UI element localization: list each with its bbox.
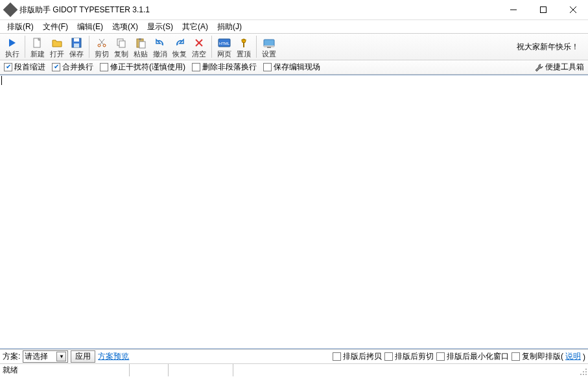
maximize-button[interactable]	[528, 0, 558, 20]
menubar: 排版(R) 文件(F) 编辑(E) 选项(X) 显示(S) 其它(A) 捐助(J…	[0, 20, 588, 33]
pin-icon	[237, 36, 250, 49]
svg-point-29	[585, 369, 587, 370]
new-button[interactable]: 新建	[28, 34, 47, 60]
menu-file[interactable]: 文件(F)	[38, 20, 73, 34]
minimize-button[interactable]	[499, 0, 528, 20]
clear-button[interactable]: 清空	[189, 34, 209, 60]
webpage-button[interactable]: HTML 网页	[215, 34, 234, 60]
checkbox-icon	[263, 63, 272, 71]
check-copyafter[interactable]: 排版后拷贝	[333, 351, 382, 362]
status-cell-2	[130, 364, 169, 376]
svg-rect-1	[541, 7, 547, 13]
svg-rect-25	[241, 40, 246, 40]
options-bar: 段首缩进 合并换行 修正干扰符(谨慎使用) 删除非段落换行 保存编辑现场 便捷工…	[0, 60, 588, 75]
svg-rect-8	[74, 38, 79, 42]
shuoming-link[interactable]: 说明	[565, 351, 581, 362]
menu-edit[interactable]: 编辑(E)	[73, 20, 108, 34]
resize-grip[interactable]	[578, 366, 588, 376]
svg-point-31	[585, 371, 587, 372]
checkbox-icon	[384, 352, 393, 361]
close-button[interactable]	[558, 0, 588, 20]
check-savescene[interactable]: 保存编辑现场	[263, 62, 320, 73]
editor-area[interactable]	[0, 75, 588, 349]
statusbar: 就绪	[0, 363, 588, 376]
save-button[interactable]: 保存	[67, 34, 86, 60]
svg-rect-18	[139, 42, 145, 48]
webpage-icon: HTML	[218, 36, 231, 49]
open-icon	[51, 36, 64, 49]
bottom-bar: 方案: 请选择 ▼ 应用 方案预览 排版后拷贝 排版后剪切 排版后最小化窗口 复…	[0, 349, 588, 363]
svg-point-30	[583, 371, 584, 372]
window-title: 排版助手 GIDOT TYPESETTER 3.1.1	[19, 5, 150, 16]
checkbox-icon	[52, 63, 60, 71]
checkbox-icon	[192, 63, 200, 71]
check-mergewrap[interactable]: 合并换行	[52, 62, 93, 73]
top-button[interactable]: 置顶	[234, 34, 253, 60]
svg-text:HTML: HTML	[219, 42, 230, 45]
check-delnonpara[interactable]: 删除非段落换行	[192, 62, 257, 73]
check-indent[interactable]: 段首缩进	[4, 62, 45, 73]
cut-icon	[95, 36, 108, 49]
copy-icon	[115, 36, 128, 49]
undo-icon	[154, 36, 167, 49]
cut-button[interactable]: 剪切	[92, 34, 112, 60]
svg-rect-9	[74, 43, 79, 47]
svg-marker-4	[9, 39, 16, 47]
preview-link[interactable]: 方案预览	[98, 351, 129, 362]
menu-other[interactable]: 其它(A)	[178, 20, 213, 34]
checkbox-icon	[436, 352, 445, 361]
svg-rect-15	[119, 41, 125, 47]
scheme-label: 方案:	[3, 351, 20, 362]
menu-display[interactable]: 显示(S)	[143, 20, 178, 34]
menu-donate[interactable]: 捐助(J)	[213, 20, 246, 34]
svg-line-12	[100, 39, 104, 45]
menu-option[interactable]: 选项(X)	[108, 20, 143, 34]
menu-typeset[interactable]: 排版(R)	[3, 20, 38, 34]
clear-icon	[193, 36, 206, 49]
svg-point-32	[580, 374, 582, 375]
titlebar: 排版助手 GIDOT TYPESETTER 3.1.1	[0, 0, 588, 20]
toolbar: 执行 新建 打开 保存 剪切 复制 粘贴 撤消 恢复 清空 HTML 网页	[0, 33, 588, 60]
settings-button[interactable]: 设置	[259, 34, 279, 60]
redo-icon	[173, 36, 186, 49]
check-cutafter[interactable]: 排版后剪切	[384, 351, 434, 362]
paste-icon	[134, 36, 147, 49]
status-ready: 就绪	[0, 364, 130, 376]
svg-rect-28	[267, 47, 271, 48]
app-icon	[3, 3, 18, 18]
greeting-text: 祝大家新年快乐！	[517, 42, 585, 53]
checkbox-icon	[100, 63, 108, 71]
chevron-down-icon: ▼	[56, 352, 66, 361]
status-cell-4	[233, 364, 578, 376]
save-icon	[70, 36, 83, 49]
wrench-icon	[534, 63, 543, 72]
text-caret	[1, 76, 2, 85]
checkbox-icon	[333, 352, 341, 361]
checkbox-icon	[4, 63, 12, 71]
svg-line-13	[99, 39, 104, 45]
toolbox-button[interactable]: 便捷工具箱	[534, 62, 584, 73]
scheme-select[interactable]: 请选择 ▼	[23, 350, 68, 363]
redo-button[interactable]: 恢复	[170, 34, 189, 60]
settings-icon	[263, 36, 276, 49]
status-cell-3	[169, 364, 233, 376]
paste-button[interactable]: 粘贴	[131, 34, 150, 60]
execute-button[interactable]: 执行	[3, 34, 22, 60]
svg-rect-24	[243, 42, 244, 47]
check-minafter[interactable]: 排版后最小化窗口	[436, 351, 509, 362]
check-copytypeset[interactable]: 复制即排版(说明)	[512, 351, 585, 362]
check-fixinterf[interactable]: 修正干扰符(谨慎使用)	[100, 62, 185, 73]
svg-point-33	[583, 374, 584, 375]
svg-point-34	[585, 374, 587, 375]
copy-button[interactable]: 复制	[112, 34, 131, 60]
new-icon	[31, 36, 44, 49]
svg-rect-17	[139, 38, 141, 40]
open-button[interactable]: 打开	[47, 34, 67, 60]
apply-button[interactable]: 应用	[71, 350, 95, 363]
undo-button[interactable]: 撤消	[150, 34, 170, 60]
checkbox-icon	[512, 352, 520, 361]
play-icon	[6, 36, 19, 49]
